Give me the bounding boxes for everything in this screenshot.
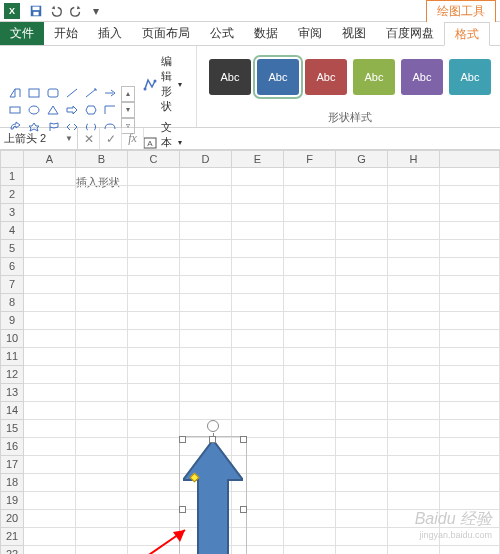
cell[interactable] (232, 348, 284, 366)
cell[interactable] (284, 438, 336, 456)
row-header[interactable]: 1 (0, 168, 24, 186)
column-header[interactable]: H (388, 150, 440, 168)
row-header[interactable]: 4 (0, 222, 24, 240)
cell[interactable] (284, 168, 336, 186)
cell[interactable] (284, 492, 336, 510)
cell[interactable] (336, 276, 388, 294)
cell[interactable] (128, 276, 180, 294)
cell[interactable] (284, 528, 336, 546)
row-header[interactable]: 10 (0, 330, 24, 348)
cell[interactable] (232, 366, 284, 384)
cell[interactable] (388, 366, 440, 384)
row-header[interactable]: 16 (0, 438, 24, 456)
cell[interactable] (128, 204, 180, 222)
cell[interactable] (76, 456, 128, 474)
cell[interactable] (388, 276, 440, 294)
cell[interactable] (24, 168, 76, 186)
cell[interactable] (232, 240, 284, 258)
cell[interactable] (336, 312, 388, 330)
cell[interactable] (76, 348, 128, 366)
cell[interactable] (440, 546, 500, 554)
cell[interactable] (24, 330, 76, 348)
column-header[interactable]: A (24, 150, 76, 168)
cell[interactable] (128, 474, 180, 492)
row-header[interactable]: 21 (0, 528, 24, 546)
cell[interactable] (440, 366, 500, 384)
cell[interactable] (24, 276, 76, 294)
cell[interactable] (128, 528, 180, 546)
tab-insert[interactable]: 插入 (88, 22, 132, 45)
cell[interactable] (336, 510, 388, 528)
row-header[interactable]: 12 (0, 366, 24, 384)
row-header[interactable]: 15 (0, 420, 24, 438)
worksheet-grid[interactable]: ABCDEFGH 1234567891011121314151617181920… (0, 150, 500, 554)
cell[interactable] (336, 294, 388, 312)
cell[interactable] (388, 348, 440, 366)
cell[interactable] (336, 438, 388, 456)
row-header[interactable]: 14 (0, 402, 24, 420)
cell[interactable] (76, 366, 128, 384)
tab-view[interactable]: 视图 (332, 22, 376, 45)
cell[interactable] (336, 492, 388, 510)
row-header[interactable]: 2 (0, 186, 24, 204)
cell[interactable] (440, 240, 500, 258)
cell[interactable] (284, 474, 336, 492)
cell[interactable] (388, 438, 440, 456)
cell[interactable] (440, 384, 500, 402)
cell[interactable] (180, 366, 232, 384)
row-header[interactable]: 8 (0, 294, 24, 312)
cell[interactable] (180, 222, 232, 240)
cell[interactable] (232, 312, 284, 330)
cell[interactable] (128, 492, 180, 510)
cell[interactable] (76, 276, 128, 294)
cell[interactable] (284, 456, 336, 474)
cell[interactable] (388, 330, 440, 348)
cell[interactable] (336, 546, 388, 554)
resize-handle[interactable] (179, 506, 186, 513)
column-header[interactable]: F (284, 150, 336, 168)
cell[interactable] (128, 402, 180, 420)
shape-style-swatch[interactable]: Abc (209, 59, 251, 95)
name-box[interactable]: 上箭头 2 ▼ (0, 128, 78, 149)
cell[interactable] (440, 258, 500, 276)
insert-function-button[interactable]: fx (122, 128, 144, 149)
cell[interactable] (336, 222, 388, 240)
cell[interactable] (284, 312, 336, 330)
cell[interactable] (440, 222, 500, 240)
cell[interactable] (336, 258, 388, 276)
column-header[interactable]: C (128, 150, 180, 168)
cell[interactable] (180, 276, 232, 294)
cell[interactable] (128, 222, 180, 240)
column-header[interactable]: D (180, 150, 232, 168)
cell[interactable] (180, 348, 232, 366)
cell[interactable] (440, 438, 500, 456)
cell[interactable] (128, 240, 180, 258)
cell[interactable] (180, 258, 232, 276)
cell[interactable] (284, 366, 336, 384)
cell[interactable] (336, 330, 388, 348)
cell[interactable] (76, 528, 128, 546)
redo-icon[interactable] (67, 2, 85, 20)
formula-bar-input[interactable] (144, 128, 500, 149)
undo-icon[interactable] (47, 2, 65, 20)
tab-data[interactable]: 数据 (244, 22, 288, 45)
cell[interactable] (440, 402, 500, 420)
cell[interactable] (128, 348, 180, 366)
cell[interactable] (388, 546, 440, 554)
save-icon[interactable] (27, 2, 45, 20)
cell[interactable] (180, 240, 232, 258)
cell[interactable] (284, 222, 336, 240)
shape-up-arrow[interactable] (183, 440, 243, 554)
cell[interactable] (128, 438, 180, 456)
cell[interactable] (24, 474, 76, 492)
cell[interactable] (336, 204, 388, 222)
row-header[interactable]: 19 (0, 492, 24, 510)
cell[interactable] (76, 420, 128, 438)
row-header[interactable]: 9 (0, 312, 24, 330)
cell[interactable] (388, 258, 440, 276)
cell[interactable] (284, 186, 336, 204)
cell[interactable] (24, 546, 76, 554)
shapes-gallery-scroll[interactable]: ▴▾▿ (121, 86, 135, 134)
cell[interactable] (388, 222, 440, 240)
cell[interactable] (180, 204, 232, 222)
